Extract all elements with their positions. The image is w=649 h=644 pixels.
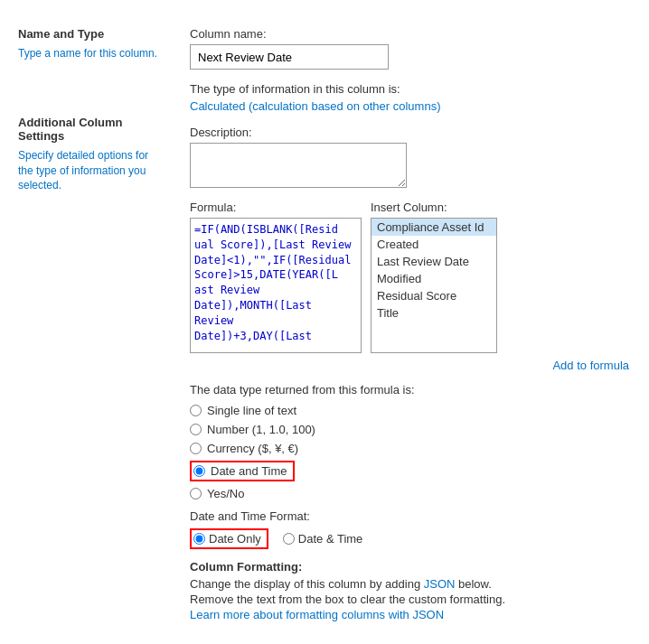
column-formatting-line3: Learn more about formatting columns with… (190, 608, 631, 621)
radio-datetime-highlighted: Date and Time (190, 461, 295, 481)
radio-single-line-label[interactable]: Single line of text (207, 404, 296, 417)
learn-more-link[interactable]: Learn more about formatting columns with… (190, 608, 444, 621)
section2-desc: Specify detailed options for the type of… (18, 148, 163, 193)
type-info-label: The type of information in this column i… (190, 82, 631, 96)
radio-currency: Currency ($, ¥, €) (190, 442, 631, 455)
json-link1[interactable]: JSON (424, 577, 456, 591)
formula-label: Formula: (190, 201, 362, 214)
date-format-title: Date and Time Format: (190, 509, 631, 523)
data-type-title: The data type returned from this formula… (190, 383, 631, 397)
column-formatting-section: Column Formatting: Change the display of… (190, 560, 631, 621)
insert-column-label: Insert Column: (371, 201, 497, 214)
radio-currency-label[interactable]: Currency ($, ¥, €) (207, 442, 298, 455)
radio-datetime-input[interactable] (193, 465, 205, 477)
radio-datetime: Date and Time (190, 461, 631, 481)
column-formatting-title: Column Formatting: (190, 560, 631, 574)
list-item-last-review-date[interactable]: Last Review Date (372, 253, 496, 270)
radio-dateonly-input[interactable] (193, 533, 205, 545)
insert-column-list[interactable]: Compliance Asset Id Created Last Review … (371, 218, 497, 353)
radio-single-line: Single line of text (190, 404, 631, 417)
add-to-formula-link[interactable]: Add to formula (552, 359, 629, 372)
radio-yesno: Yes/No (190, 487, 631, 500)
radio-number-input[interactable] (190, 424, 202, 435)
list-item-title[interactable]: Title (372, 304, 496, 322)
section1-title: Name and Type (18, 27, 163, 41)
date-format-dateonly-highlighted: Date Only (190, 528, 268, 549)
radio-single-line-input[interactable] (190, 405, 202, 416)
section1-desc: Type a name for this column. (18, 46, 163, 61)
column-name-input[interactable] (190, 44, 389, 70)
column-formatting-line2: Remove the text from the box to clear th… (190, 593, 631, 606)
add-to-formula-container: Add to formula (190, 359, 631, 372)
date-format-datetime-option: Date & Time (283, 532, 363, 546)
list-item-created[interactable]: Created (372, 236, 496, 253)
radio-number: Number (1, 1.0, 100) (190, 423, 631, 436)
radio-currency-input[interactable] (190, 443, 202, 454)
radio-yesno-input[interactable] (190, 488, 202, 499)
description-label: Description: (190, 126, 631, 139)
list-item-residual-score[interactable]: Residual Score (372, 287, 496, 304)
type-value: Calculated (calculation based on other c… (190, 99, 631, 113)
radio-number-label[interactable]: Number (1, 1.0, 100) (207, 423, 315, 436)
formula-textarea[interactable]: =IF(AND(ISBLANK([Resid ual Score]),[Last… (190, 218, 362, 353)
description-textarea[interactable] (190, 143, 407, 188)
radio-date-and-time-label[interactable]: Date & Time (298, 532, 363, 546)
date-format-options: Date Only Date & Time (190, 528, 631, 549)
radio-date-and-time-input[interactable] (283, 533, 295, 545)
radio-datetime-label[interactable]: Date and Time (211, 464, 287, 478)
list-item-compliance-asset-id[interactable]: Compliance Asset Id (372, 219, 496, 236)
radio-yesno-label[interactable]: Yes/No (207, 487, 244, 500)
radio-dateonly-label[interactable]: Date Only (209, 532, 261, 546)
section2-title: Additional Column Settings (18, 116, 163, 143)
column-name-label: Column name: (190, 27, 631, 41)
column-formatting-line1: Change the display of this column by add… (190, 577, 631, 591)
list-item-modified[interactable]: Modified (372, 270, 496, 287)
